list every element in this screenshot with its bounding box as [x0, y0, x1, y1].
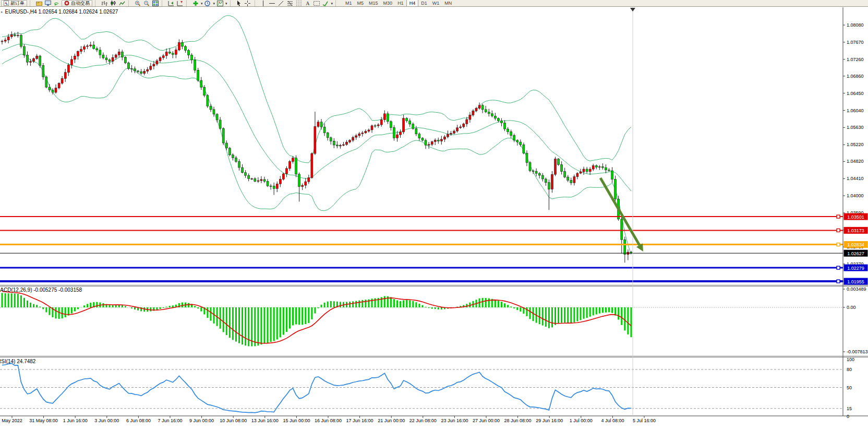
zoom-in-icon[interactable]: [134, 0, 141, 6]
candle-body: [172, 53, 174, 54]
indicators-add-icon[interactable]: [191, 0, 199, 6]
zoom-out-icon[interactable]: [142, 0, 150, 6]
candle-body: [298, 174, 300, 187]
candle-body: [1, 41, 3, 42]
pane-splitter[interactable]: [0, 286, 868, 286]
candle-body: [254, 178, 256, 181]
price-tag-label: 1.03173: [847, 228, 864, 233]
template-caret-icon[interactable]: ▾: [225, 1, 227, 6]
candle-body: [317, 122, 319, 127]
pane-splitter[interactable]: [0, 356, 868, 356]
fibonacci-icon[interactable]: [286, 0, 294, 6]
rsi-tick-label: 80: [847, 367, 852, 372]
text-icon[interactable]: A: [304, 0, 312, 6]
timeframe-button-w1[interactable]: W1: [430, 0, 442, 6]
price-tick-label: 1.08080: [847, 22, 864, 28]
candle-body: [156, 61, 158, 64]
candle-body: [488, 112, 490, 114]
candle-body: [624, 240, 626, 254]
candle-body: [285, 169, 287, 174]
price-tag-label: 1.02627: [847, 251, 864, 256]
candle-body: [147, 69, 149, 71]
candle-body: [305, 182, 307, 185]
price-line-handle[interactable]: [837, 280, 840, 283]
candle-body: [49, 87, 51, 90]
candle-body: [551, 174, 553, 189]
autotrading-button[interactable]: 自动交易: [62, 0, 92, 6]
signals-icon[interactable]: [53, 0, 61, 6]
cycle-lines-icon[interactable]: [295, 0, 303, 6]
time-tick-label: 27 Jun 00:00: [473, 418, 500, 423]
trend-arrow-annotation[interactable]: [600, 178, 640, 245]
timeframe-button-h4[interactable]: H4: [406, 0, 419, 6]
crosshair-icon[interactable]: [244, 0, 252, 6]
bollinger-middle-band: [2, 44, 631, 191]
price-tick-label: 1.06450: [847, 91, 864, 96]
price-line-handle[interactable]: [837, 215, 840, 218]
candle-body: [383, 114, 385, 120]
pane-splitter[interactable]: [0, 357, 868, 357]
timeframe-button-d1[interactable]: D1: [418, 0, 430, 6]
candle-body: [545, 179, 547, 183]
candle-body: [497, 118, 499, 121]
timeframe-button-m30[interactable]: M30: [381, 0, 395, 6]
arrow-objects-caret-icon[interactable]: ▾: [331, 1, 333, 6]
price-line-handle[interactable]: [837, 229, 840, 232]
vertical-line-icon[interactable]: [260, 0, 268, 6]
terminal-icon[interactable]: [44, 0, 52, 6]
pane-splitter[interactable]: [0, 285, 868, 285]
periods-caret-icon[interactable]: ▾: [213, 1, 215, 6]
chart-shift-icon[interactable]: [176, 0, 184, 6]
candle-body: [358, 134, 360, 136]
candle-body: [219, 120, 221, 128]
price-tick-label: 1.06040: [847, 108, 864, 113]
price-line-handle[interactable]: [837, 243, 840, 246]
candlestick-icon[interactable]: [109, 0, 117, 6]
timeframe-button-h1[interactable]: H1: [395, 0, 406, 6]
svg-text:A: A: [306, 1, 310, 6]
candle-body: [403, 118, 405, 132]
bar-chart-icon[interactable]: [100, 0, 108, 6]
candle-body: [93, 45, 95, 49]
candle-body: [121, 52, 123, 57]
pane-splitter[interactable]: [0, 285, 868, 286]
auto-scroll-icon[interactable]: [167, 0, 175, 6]
candle-body: [418, 134, 420, 138]
periods-clock-icon[interactable]: [204, 0, 212, 6]
trendline-icon[interactable]: [278, 0, 285, 6]
candle-body: [589, 169, 591, 172]
candle-body: [456, 128, 459, 131]
chart-shift-marker-icon[interactable]: [630, 8, 635, 11]
candle-body: [225, 143, 227, 148]
time-tick-label: 17 Jun 16:00: [346, 418, 373, 423]
tile-windows-icon[interactable]: [151, 0, 159, 6]
candle-body: [535, 171, 537, 173]
candle-body: [576, 173, 578, 177]
chart-svg[interactable]: 1.080801.076701.072601.068601.064501.060…: [0, 0, 868, 430]
text-label-icon[interactable]: [313, 0, 321, 6]
horizontal-line-icon[interactable]: [269, 0, 276, 6]
timeframe-button-m15[interactable]: M15: [366, 0, 381, 6]
timeframe-button-m1[interactable]: M1: [343, 0, 355, 6]
line-chart-icon[interactable]: [118, 0, 126, 6]
chart-canvas[interactable]: 1.080801.076701.072601.068601.064501.060…: [0, 0, 868, 430]
time-tick-label: 10 Jun 08:00: [220, 418, 247, 423]
navigator-icon[interactable]: [35, 0, 43, 6]
candle-body: [396, 135, 399, 138]
timeframe-button-mn[interactable]: MN: [442, 0, 454, 6]
timeframe-button-m5[interactable]: M5: [355, 0, 367, 6]
candle-body: [346, 142, 348, 145]
price-tag-label: 1.02834: [847, 242, 864, 247]
indicators-caret-icon[interactable]: ▾: [201, 1, 203, 6]
cursor-icon[interactable]: [235, 0, 243, 6]
template-icon[interactable]: [216, 0, 224, 6]
price-tag-label: 1.01955: [847, 279, 864, 284]
candle-body: [365, 131, 367, 133]
candle-body: [67, 65, 69, 72]
new-order-button[interactable]: 新订单: [1, 0, 27, 6]
time-scale[interactable]: May 202231 May 08:001 Jun 16:003 Jun 00:…: [0, 416, 868, 423]
candle-body: [140, 71, 142, 74]
pane-splitter[interactable]: [0, 356, 868, 357]
price-line-handle[interactable]: [837, 266, 840, 269]
arrow-objects-icon[interactable]: [322, 0, 330, 6]
